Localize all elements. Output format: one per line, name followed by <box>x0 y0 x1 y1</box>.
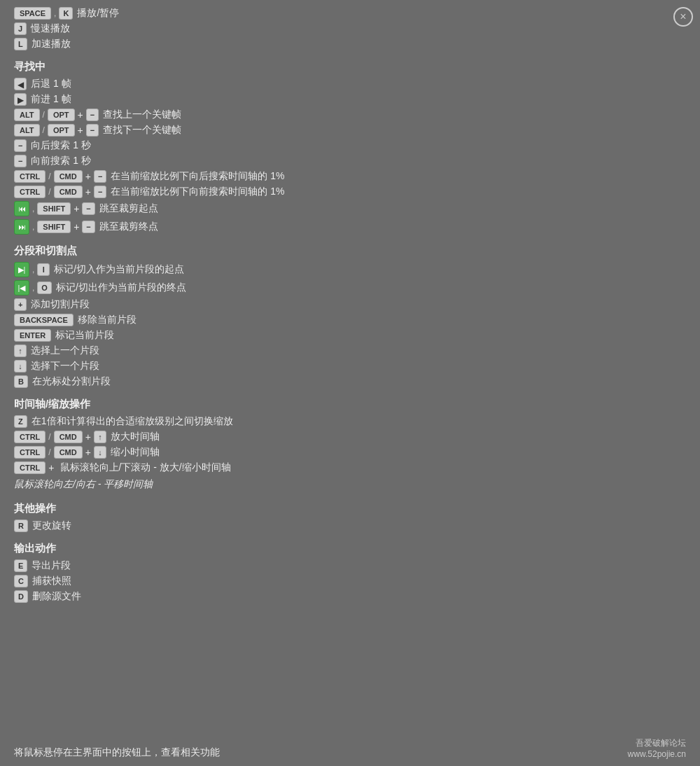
shortcut-group-playback: SPACE , K 播放/暂停 J 慢速播放 L 加速播放 <box>14 7 686 50</box>
r-key: R <box>14 520 28 532</box>
k-key: K <box>59 7 73 20</box>
i-key: I <box>37 263 50 276</box>
shift-key-2: SHIFT <box>37 221 71 233</box>
shortcut-row-jump-clip-end: ⏭ , SHIFT + − 跳至裁剪终点 <box>14 219 686 235</box>
minus-key-8: − <box>82 221 94 233</box>
backspace-key: BACKSPACE <box>14 314 74 326</box>
shortcut-row-delete-source: D 删除源文件 <box>14 590 686 603</box>
shortcut-row-search-fwd1s: − 向前搜索 1 秒 <box>14 155 686 167</box>
shortcut-group-seeking: ◀ 后退 1 帧 ▶ 前进 1 帧 ALT / OPT + − 查找上一个关键帧… <box>14 78 686 235</box>
up-key-timeline: ↑ <box>94 431 106 443</box>
section-title-seeking: 寻找中 <box>14 60 686 74</box>
minus-key-6: − <box>94 186 106 198</box>
shortcut-row-zoom-out: CTRL / CMD + ↓ 缩小时间轴 <box>14 446 686 459</box>
green-mark-out-icon: |◀ <box>14 280 29 295</box>
shortcut-row-split-segment: B 在光标处分割片段 <box>14 375 686 388</box>
ctrl-key-3: CTRL <box>14 431 46 443</box>
arrow-left-icon: ◀ <box>14 78 27 90</box>
plus-key: + <box>14 298 27 311</box>
opt-key: OPT <box>48 109 75 121</box>
ctrl-key-4: CTRL <box>14 446 46 459</box>
shortcut-row-zoom-toggle: Z 在1倍和计算得出的合适缩放级别之间切换缩放 <box>14 415 686 428</box>
shortcut-row-back1: ◀ 后退 1 帧 <box>14 78 686 90</box>
cmd-key-4: CMD <box>54 446 83 459</box>
e-key: E <box>14 559 27 572</box>
minus-key-5: − <box>94 170 106 183</box>
minus-key-4: − <box>14 155 27 167</box>
section-title-segments: 分段和切割点 <box>14 244 686 258</box>
shortcut-row-prev-segment: ↑ 选择上一个片段 <box>14 344 686 357</box>
l-key: L <box>14 38 27 50</box>
shortcut-row-jump-clip-start: ⏮ , SHIFT + − 跳至裁剪起点 <box>14 201 686 216</box>
minus-key-1: − <box>86 109 99 121</box>
green-left-icon: ⏮ <box>14 201 29 216</box>
shortcut-row-mark-in: ▶| , I 标记/切入作为当前片段的起点 <box>14 262 686 277</box>
shortcut-row-fast-play: L 加速播放 <box>14 38 686 50</box>
alt-key: ALT <box>14 109 40 121</box>
cmd-key-3: CMD <box>54 431 83 443</box>
shortcut-group-timeline: Z 在1倍和计算得出的合适缩放级别之间切换缩放 CTRL / CMD + ↑ 放… <box>14 415 686 492</box>
cmd-key-1: CMD <box>54 170 83 183</box>
minus-key-7: − <box>82 202 94 215</box>
bottom-hint-text: 将鼠标悬停在主界面中的按钮上，查看相关功能 <box>14 746 220 759</box>
shortcut-row-add-segment: + 添加切割片段 <box>14 298 686 311</box>
opt-key-2: OPT <box>48 124 75 137</box>
ctrl-key-5: CTRL <box>14 461 46 474</box>
alt-key-2: ALT <box>14 124 40 137</box>
shortcut-row-next-keyframe: ALT / OPT + − 查找下一个关键帧 <box>14 124 686 137</box>
shortcut-row-slow-play: J 慢速播放 <box>14 22 686 35</box>
shortcut-row-rotate: R 更改旋转 <box>14 520 686 532</box>
shortcut-row-fwd1: ▶ 前进 1 帧 <box>14 93 686 106</box>
shortcut-row-timeline-fwd1pct: CTRL / CMD + − 在当前缩放比例下向前搜索时间轴的 1% <box>14 186 686 198</box>
enter-key: ENTER <box>14 329 51 342</box>
ctrl-key-1: CTRL <box>14 170 46 183</box>
up-arrow-key: ↑ <box>14 344 27 357</box>
section-title-output: 输出动作 <box>14 542 686 555</box>
shortcut-row-prev-keyframe: ALT / OPT + − 查找上一个关键帧 <box>14 109 686 121</box>
o-key: O <box>37 281 52 294</box>
shortcut-row-mark-segment: ENTER 标记当前片段 <box>14 329 686 342</box>
watermark-line1: 吾爱破解论坛 <box>628 737 686 749</box>
space-key: SPACE <box>14 7 51 20</box>
b-key: B <box>14 375 28 388</box>
down-key-timeline: ↓ <box>94 446 106 459</box>
green-right-icon: ⏭ <box>14 219 29 235</box>
shortcut-group-output: E 导出片段 C 捕获快照 D 删除源文件 <box>14 559 686 603</box>
bottom-note: 将鼠标悬停在主界面中的按钮上，查看相关功能 吾爱破解论坛 www.52pojie… <box>14 737 686 759</box>
shortcut-row-play-pause: SPACE , K 播放/暂停 <box>14 7 686 20</box>
shortcut-row-scroll-zoom: CTRL + 鼠标滚轮向上/下滚动 - 放大/缩小时间轴 <box>14 461 686 474</box>
watermark-line2: www.52pojie.cn <box>628 749 686 759</box>
shift-key-1: SHIFT <box>37 202 71 215</box>
j-key: J <box>14 22 27 35</box>
z-key: Z <box>14 415 27 428</box>
shortcut-group-segments: ▶| , I 标记/切入作为当前片段的起点 |◀ , O 标记/切出作为当前片段… <box>14 262 686 388</box>
down-arrow-key: ↓ <box>14 360 27 372</box>
arrow-right-icon: ▶ <box>14 93 27 106</box>
green-mark-in-icon: ▶| <box>14 262 29 277</box>
shortcut-row-next-segment: ↓ 选择下一个片段 <box>14 360 686 372</box>
section-title-timeline: 时间轴/缩放操作 <box>14 398 686 411</box>
shortcut-row-timeline-back1pct: CTRL / CMD + − 在当前缩放比例下向后搜索时间轴的 1% <box>14 170 686 183</box>
shortcut-row-capture: C 捕获快照 <box>14 575 686 587</box>
minus-key-2: − <box>86 124 99 137</box>
shortcut-row-remove-segment: BACKSPACE 移除当前片段 <box>14 314 686 326</box>
section-title-other: 其他操作 <box>14 502 686 515</box>
ctrl-key-2: CTRL <box>14 186 46 198</box>
minus-key-3: − <box>14 139 27 152</box>
cmd-key-2: CMD <box>54 186 83 198</box>
shortcut-row-search-back1s: − 向后搜索 1 秒 <box>14 139 686 152</box>
shortcut-row-scroll-pan: 鼠标滚轮向左/向右 - 平移时间轴 <box>14 477 686 492</box>
watermark: 吾爱破解论坛 www.52pojie.cn <box>628 737 686 759</box>
shortcut-group-other: R 更改旋转 <box>14 520 686 532</box>
d-key: D <box>14 590 28 603</box>
shortcut-row-mark-out: |◀ , O 标记/切出作为当前片段的终点 <box>14 280 686 295</box>
close-button[interactable]: × <box>673 7 693 27</box>
shortcut-row-zoom-in: CTRL / CMD + ↑ 放大时间轴 <box>14 431 686 443</box>
shortcut-row-export: E 导出片段 <box>14 559 686 572</box>
c-key: C <box>14 575 28 587</box>
